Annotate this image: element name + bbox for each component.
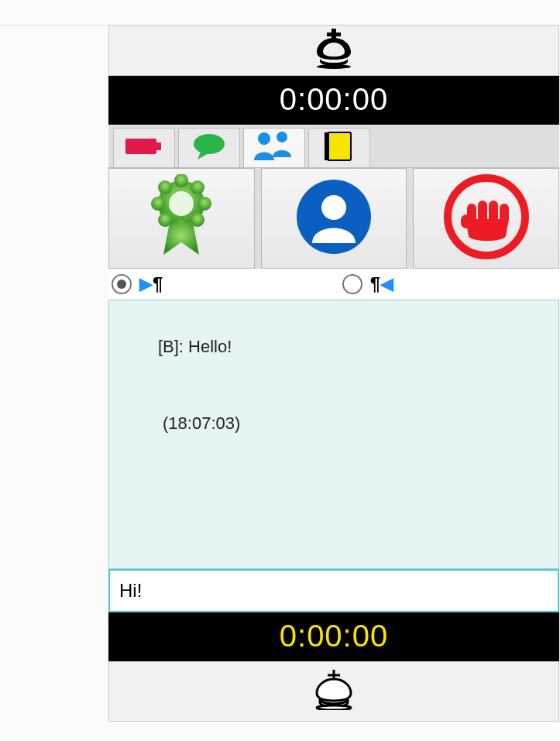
- chat-message-time: (18:07:03): [120, 385, 548, 461]
- svg-point-13: [198, 197, 211, 211]
- notebook-icon: [325, 131, 354, 165]
- king-white-icon: [312, 670, 356, 713]
- tab-users[interactable]: [243, 128, 305, 167]
- tab-notebook[interactable]: [308, 128, 370, 167]
- svg-point-17: [151, 197, 165, 211]
- svg-point-7: [277, 132, 287, 142]
- users-icon: [253, 131, 296, 165]
- svg-point-19: [169, 191, 194, 216]
- chat-input[interactable]: [116, 572, 551, 609]
- battery-icon: [125, 136, 163, 160]
- svg-rect-1: [327, 33, 341, 36]
- tabs-row: [108, 125, 559, 168]
- tab-battery[interactable]: [113, 128, 175, 167]
- chat-message: [B]: Hello!: [120, 308, 548, 385]
- svg-rect-27: [461, 214, 472, 228]
- side-panel: 0:00:00: [108, 25, 559, 722]
- rtl-radio[interactable]: [342, 274, 362, 294]
- ltr-icon[interactable]: ▶¶: [139, 273, 163, 295]
- speech-icon: [191, 133, 227, 163]
- big-buttons-row: [108, 168, 559, 269]
- chat-message-text: Hello!: [188, 337, 232, 356]
- ltr-radio[interactable]: [112, 274, 132, 294]
- svg-point-18: [158, 180, 172, 194]
- opponent-clock-value: 0:00:00: [280, 82, 388, 116]
- fight-button[interactable]: [413, 168, 559, 269]
- chat-time: (18:07:03): [163, 413, 240, 433]
- rtl-icon[interactable]: ¶◀: [370, 273, 393, 295]
- svg-rect-3: [125, 139, 156, 154]
- chat-message-prefix: [B]:: [158, 337, 188, 356]
- opponent-clock: 0:00:00: [108, 76, 559, 125]
- svg-point-12: [191, 180, 204, 194]
- left-gutter: [0, 25, 108, 26]
- svg-point-5: [194, 134, 225, 154]
- chat-log[interactable]: [B]: Hello! (18:07:03): [108, 300, 559, 569]
- svg-point-2: [317, 64, 351, 69]
- svg-point-6: [258, 132, 270, 145]
- king-black-icon: [312, 29, 356, 72]
- profile-button[interactable]: [261, 168, 407, 269]
- own-clock-value: 0:00:00: [280, 619, 388, 653]
- profile-circle-icon: [295, 178, 373, 259]
- chat-input-wrap: [108, 569, 559, 612]
- award-button[interactable]: [108, 168, 255, 269]
- own-header: [108, 661, 559, 722]
- opponent-header: [108, 25, 559, 76]
- tab-chat[interactable]: [178, 128, 240, 167]
- svg-rect-8: [328, 132, 351, 160]
- svg-rect-4: [156, 142, 161, 150]
- svg-point-21: [321, 195, 346, 220]
- award-rosette-icon: [146, 174, 216, 262]
- text-direction-row: ▶¶ ¶◀: [108, 269, 559, 300]
- svg-point-30: [317, 705, 351, 710]
- own-clock: 0:00:00: [108, 612, 559, 661]
- fist-circle-icon: [444, 174, 529, 262]
- svg-rect-9: [325, 132, 329, 160]
